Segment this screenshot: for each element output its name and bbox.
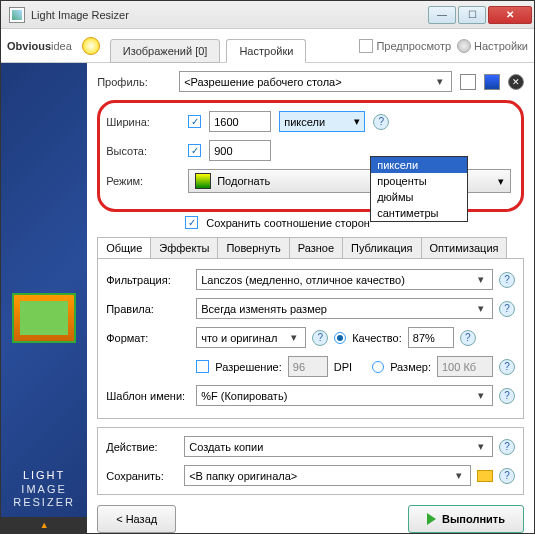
action-label: Действие: <box>106 441 178 453</box>
back-button[interactable]: < Назад <box>97 505 176 533</box>
help-icon[interactable]: ? <box>373 114 389 130</box>
format-label: Формат: <box>106 332 190 344</box>
size-radio[interactable] <box>372 361 384 373</box>
subtab-rotate[interactable]: Повернуть <box>217 237 289 258</box>
filter-label: Фильтрация: <box>106 274 190 286</box>
quality-input[interactable] <box>408 327 454 348</box>
nametpl-label: Шаблон имени: <box>106 390 190 402</box>
preview-icon <box>359 39 373 53</box>
top-toolbar: Obviousidea Изображений [0] Настройки Пр… <box>1 29 534 63</box>
rules-combo[interactable]: Всегда изменять размер▾ <box>196 298 493 319</box>
sidebar: LIGHT IMAGE RESIZER ▲ <box>1 63 87 533</box>
subtab-effects[interactable]: Эффекты <box>150 237 218 258</box>
keep-ratio-checkbox[interactable]: ✓ <box>185 216 198 229</box>
help-icon[interactable]: ? <box>312 330 328 346</box>
size-input <box>437 356 493 377</box>
height-checkbox[interactable]: ✓ <box>188 144 201 157</box>
app-settings-button[interactable]: Настройки <box>457 39 528 53</box>
unit-combo[interactable]: пиксели▾ <box>279 111 365 132</box>
sidebar-thumbnail <box>12 293 76 343</box>
rules-label: Правила: <box>106 303 190 315</box>
help-icon[interactable]: ? <box>499 468 515 484</box>
help-icon[interactable]: ? <box>499 439 515 455</box>
size-label: Размер: <box>390 361 431 373</box>
help-icon[interactable]: ? <box>499 388 515 404</box>
quality-label: Качество: <box>352 332 402 344</box>
unit-option-pixels[interactable]: пиксели <box>371 157 467 173</box>
browse-folder-icon[interactable] <box>477 470 493 482</box>
tab-settings[interactable]: Настройки <box>226 39 306 63</box>
keep-ratio-label: Сохранить соотношение сторон <box>206 217 370 229</box>
bulb-icon <box>82 37 100 55</box>
format-combo[interactable]: что и оригинал▾ <box>196 327 306 348</box>
action-combo[interactable]: Создать копии▾ <box>184 436 493 457</box>
help-icon[interactable]: ? <box>499 272 515 288</box>
maximize-button[interactable]: ☐ <box>458 6 486 24</box>
general-panel: Фильтрация: Lanczos (медленно, отличное … <box>97 259 524 419</box>
profile-delete-icon[interactable]: ✕ <box>508 74 524 90</box>
unit-option-percent[interactable]: проценты <box>371 173 467 189</box>
output-panel: Действие: Создать копии▾ ? Сохранить: <В… <box>97 427 524 495</box>
unit-dropdown: пиксели проценты дюймы сантиметры <box>370 156 468 222</box>
minimize-button[interactable]: — <box>428 6 456 24</box>
sidebar-expand[interactable]: ▲ <box>1 517 87 533</box>
play-icon <box>427 513 436 525</box>
quality-radio[interactable] <box>334 332 346 344</box>
mode-label: Режим: <box>106 175 180 187</box>
save-label: Сохранить: <box>106 470 178 482</box>
resolution-checkbox[interactable]: ✓ <box>196 360 209 373</box>
sub-tabs: Общие Эффекты Повернуть Разное Публикаци… <box>97 237 524 259</box>
close-button[interactable]: ✕ <box>488 6 532 24</box>
unit-option-inches[interactable]: дюймы <box>371 189 467 205</box>
save-combo[interactable]: <В папку оригинала>▾ <box>184 465 471 486</box>
subtab-misc[interactable]: Разное <box>289 237 343 258</box>
main-panel: Профиль: <Разрешение рабочего стола>▾ ✕ … <box>87 63 534 533</box>
help-icon[interactable]: ? <box>460 330 476 346</box>
titlebar: Light Image Resizer — ☐ ✕ <box>1 1 534 29</box>
run-button[interactable]: Выполнить <box>408 505 524 533</box>
resolution-input <box>288 356 328 377</box>
profile-combo[interactable]: <Разрешение рабочего стола>▾ <box>179 71 452 92</box>
width-input[interactable] <box>209 111 271 132</box>
subtab-general[interactable]: Общие <box>97 237 151 258</box>
profile-save-icon[interactable] <box>484 74 500 90</box>
profile-new-icon[interactable] <box>460 74 476 90</box>
gear-icon <box>457 39 471 53</box>
window-title: Light Image Resizer <box>31 9 428 21</box>
profile-label: Профиль: <box>97 76 171 88</box>
help-icon[interactable]: ? <box>499 301 515 317</box>
width-checkbox[interactable]: ✓ <box>188 115 201 128</box>
nametpl-combo[interactable]: %F (Копировать)▾ <box>196 385 493 406</box>
height-label: Высота: <box>106 145 180 157</box>
dpi-label: DPI <box>334 361 352 373</box>
subtab-optimize[interactable]: Оптимизация <box>421 237 508 258</box>
resolution-label: Разрешение: <box>215 361 282 373</box>
filter-combo[interactable]: Lanczos (медленно, отличное качество)▾ <box>196 269 493 290</box>
help-icon[interactable]: ? <box>499 359 515 375</box>
preview-button[interactable]: Предпросмотр <box>359 39 451 53</box>
tab-images[interactable]: Изображений [0] <box>110 39 221 63</box>
height-input[interactable] <box>209 140 271 161</box>
width-label: Ширина: <box>106 116 180 128</box>
subtab-publish[interactable]: Публикация <box>342 237 421 258</box>
app-icon <box>9 7 25 23</box>
brand-logo: Obviousidea <box>7 38 72 53</box>
unit-option-cm[interactable]: сантиметры <box>371 205 467 221</box>
mode-icon <box>195 173 211 189</box>
